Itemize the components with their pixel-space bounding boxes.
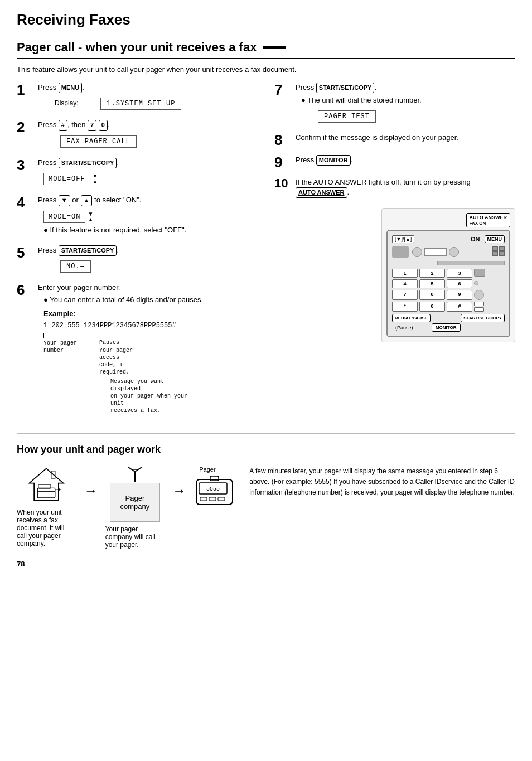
- step-number-8: 8: [274, 133, 291, 147]
- bracket-right-1: [75, 333, 80, 338]
- step-3-content: Press START/SET/COPY. MODE=OFF ▼▲: [38, 158, 258, 187]
- step3-instruction: Press: [38, 158, 59, 167]
- step-number-7: 7: [274, 83, 291, 97]
- display-box-7: PAGER TEST: [318, 110, 376, 123]
- step-9-content: Press MONITOR.: [296, 155, 515, 168]
- monitor-key: MONITOR: [316, 155, 351, 166]
- btn-7: 7: [392, 290, 418, 300]
- hash-key: #: [59, 120, 67, 130]
- step-1: 1 Press MENU. Display: 1.SYSTEM SET UP: [17, 83, 258, 112]
- start-set-copy-key-5: START/SET/COPY: [59, 245, 117, 256]
- step8-instruction: Confirm if the message is displayed on y…: [296, 133, 515, 143]
- dial-knob-1: [412, 247, 422, 257]
- circle-btn-1: [474, 281, 478, 285]
- arrow-2: →: [170, 483, 188, 498]
- device-body: [▼]/[▲] ON MENU: [386, 230, 510, 337]
- bracket-diagram: Your pagernumber Pauses Your pager acces…: [43, 333, 258, 414]
- start-set-copy-key-3: START/SET/COPY: [59, 158, 117, 168]
- bracket-mid-1: [60, 333, 75, 338]
- step9-instruction: Press: [296, 156, 316, 164]
- step-number-9: 9: [274, 155, 291, 169]
- btn-hash: #: [447, 302, 472, 312]
- step2-instruction: Press: [38, 120, 59, 129]
- page-title: Receiving Faxes: [17, 11, 515, 32]
- svg-rect-16: [218, 497, 225, 501]
- btn-2: 2: [419, 269, 445, 278]
- key-0: 0: [99, 120, 108, 130]
- section-title: Pager call - when your unit receives a f…: [17, 40, 515, 59]
- access-code-label: Your pager accesscode, if required.: [99, 347, 155, 376]
- extra-btn-bot-1: [474, 302, 484, 306]
- indicator-1: [492, 246, 498, 251]
- monitor-btn: MONITOR: [432, 323, 461, 332]
- pager-company-caption: Your pager company will call your pager.: [105, 525, 165, 549]
- va-indicator-3: ▼▲: [93, 173, 98, 185]
- mode-off-box: MODE=OFF: [43, 173, 90, 185]
- step6-main: Enter your pager number.: [38, 283, 258, 293]
- step-8-content: Confirm if the message is displayed on y…: [296, 133, 515, 145]
- intro-text: This feature allows your unit to call yo…: [17, 65, 515, 74]
- va-indicator-4: ▼▲: [88, 211, 93, 222]
- step-number-2: 2: [17, 120, 33, 134]
- btn-star: *: [392, 302, 418, 312]
- extra-btn-top: [474, 269, 485, 277]
- pager-device-svg: 5555: [194, 474, 238, 510]
- display-label-1: Display:: [55, 99, 79, 107]
- step-5-content: Press START/SET/COPY. NO.=: [38, 245, 258, 275]
- house-svg: [24, 466, 69, 505]
- step6-bullet: You can enter a total of 46 digits and/o…: [43, 295, 258, 305]
- pager-caption: A few minutes later, your pager will dis…: [249, 466, 515, 498]
- auto-answer-device-btn: AUTO ANSWER FAX ON: [466, 213, 511, 227]
- pager-label: Pager: [199, 466, 215, 473]
- pauses-label: Pauses: [99, 340, 194, 346]
- device-diagram: AUTO ANSWER FAX ON [▼]/[▲] ON MENU: [381, 208, 515, 342]
- up-key: ▲: [81, 195, 93, 206]
- example-section: Example: 1 202 555 1234PPP12345678PPP555…: [43, 309, 258, 414]
- unit-caption: When your unit receives a fax document, …: [17, 508, 76, 547]
- display-box-2: FAX PAGER CALL: [60, 135, 137, 148]
- btn-9: 9: [447, 290, 472, 300]
- step-number-10: 10: [274, 177, 291, 190]
- btn-3: 3: [447, 269, 472, 278]
- step1-instruction: Press: [38, 83, 59, 91]
- message-label: Message you want displayedon your pager …: [110, 378, 194, 414]
- step-number-1: 1: [17, 83, 33, 97]
- bracket-left-2: [86, 333, 117, 338]
- btn-8: 8: [419, 290, 445, 300]
- subsection-title: How your unit and pager work: [17, 444, 515, 458]
- example-number: 1 202 555 1234PPP12345678PPP5555#: [43, 321, 258, 331]
- pause-label: (Pause): [395, 325, 413, 331]
- dial-knob-2: [449, 247, 459, 257]
- svg-text:5555: 5555: [206, 486, 220, 492]
- step-9: 9 Press MONITOR.: [274, 155, 515, 169]
- paper-slot: [437, 261, 505, 265]
- svg-rect-14: [200, 497, 207, 501]
- pager-device-diagram: Pager 5555: [194, 466, 238, 510]
- step-3: 3 Press START/SET/COPY. MODE=OFF ▼▲: [17, 158, 258, 187]
- step-4-content: Press ▼ or ▲ to select "ON". MODE=ON ▼▲ …: [38, 195, 258, 237]
- svg-rect-2: [38, 488, 56, 498]
- mode-on-box: MODE=ON: [43, 211, 85, 223]
- step5-instruction: Press: [38, 246, 59, 254]
- display-box-1: 1.SYSTEM SET UP: [100, 98, 181, 110]
- step4-instruction: Press: [38, 196, 59, 204]
- menu-key: MENU: [59, 83, 82, 93]
- start-set-copy-btn: START/SET/COPY: [461, 314, 505, 322]
- step-5: 5 Press START/SET/COPY. NO.=: [17, 245, 258, 275]
- step7-instruction: Press: [296, 83, 316, 91]
- step4-bullet: If this feature is not required, select …: [43, 225, 258, 235]
- bracket-left-1: [43, 333, 60, 338]
- indicator-2: [499, 246, 505, 251]
- step-6: 6 Enter your pager number. You can enter…: [17, 283, 258, 414]
- pager-number-label: Your pagernumber: [43, 340, 77, 414]
- main-content: 1 Press MENU. Display: 1.SYSTEM SET UP 2…: [17, 83, 515, 422]
- nav-key-device: [▼]/[▲]: [392, 235, 414, 243]
- btn-5: 5: [419, 279, 445, 288]
- svg-rect-15: [209, 497, 216, 501]
- step-number-3: 3: [17, 158, 33, 172]
- bracket-right-2: [117, 333, 133, 338]
- step-2: 2 Press #, then 7 0. FAX PAGER CALL: [17, 120, 258, 149]
- arrow-1: →: [82, 483, 100, 498]
- keypad: 1 2 3 4 5 6 7 8 9 * 0 #: [392, 269, 505, 312]
- fax-unit-diagram: When your unit receives a fax document, …: [17, 466, 76, 547]
